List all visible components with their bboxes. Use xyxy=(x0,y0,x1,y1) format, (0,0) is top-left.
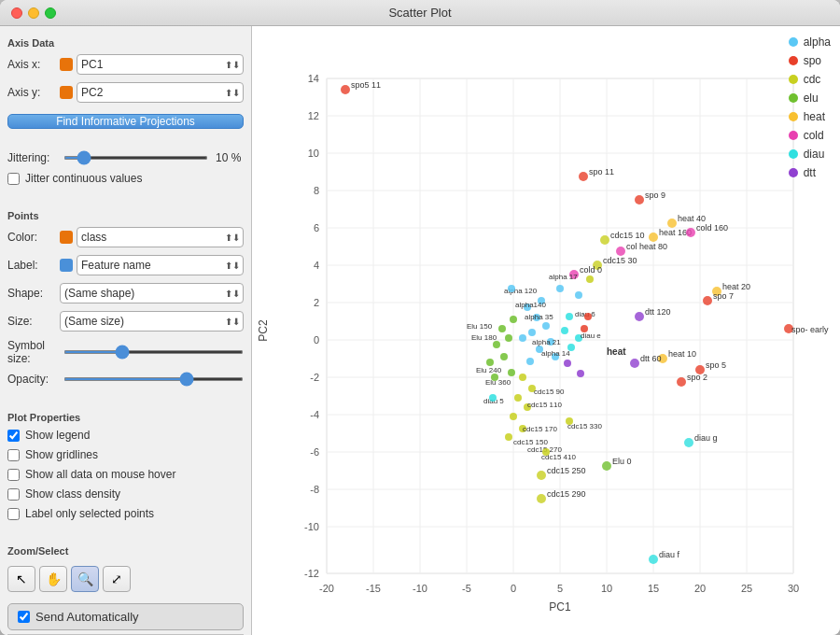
svg-text:spo 2: spo 2 xyxy=(687,373,707,382)
color-select[interactable]: class xyxy=(77,227,244,247)
svg-text:20: 20 xyxy=(694,583,706,594)
label-select[interactable]: Feature name xyxy=(77,255,244,275)
close-button[interactable] xyxy=(11,7,22,19)
svg-text:heat 40: heat 40 xyxy=(678,214,706,223)
jittering-value: 10 % xyxy=(216,151,244,164)
svg-text:10: 10 xyxy=(601,583,612,594)
svg-text:5: 5 xyxy=(557,583,563,594)
color-row: Color: class ⬆⬇ xyxy=(7,227,244,247)
jittering-slider[interactable] xyxy=(63,156,208,160)
svg-text:diau f: diau f xyxy=(659,550,680,559)
show-gridlines-checkbox[interactable] xyxy=(7,449,20,461)
svg-text:spo5 11: spo5 11 xyxy=(351,80,381,90)
svg-text:alpha 21: alpha 21 xyxy=(532,338,561,346)
svg-text:cdc15 30: cdc15 30 xyxy=(603,256,637,265)
shape-select[interactable]: (Same shape) xyxy=(60,283,244,303)
svg-text:Elu 180: Elu 180 xyxy=(471,333,497,342)
svg-point-59 xyxy=(579,172,588,181)
axis-y-select[interactable]: PC2 xyxy=(77,82,244,103)
svg-text:alpha 35: alpha 35 xyxy=(525,313,553,321)
legend-label-cold: cold xyxy=(804,129,824,142)
title-bar: Scatter Plot xyxy=(0,0,840,26)
jitter-continuous-checkbox[interactable] xyxy=(7,173,20,185)
legend-dot-cdc xyxy=(789,75,798,84)
label-only-selected-label: Label only selected points xyxy=(25,507,154,520)
size-row: Size: (Same size) ⬆⬇ xyxy=(7,311,244,332)
show-class-density-checkbox[interactable] xyxy=(7,488,20,501)
show-all-data-checkbox[interactable] xyxy=(7,469,20,481)
plot-props-title: Plot Properties xyxy=(7,412,244,423)
jitter-continuous-label: Jitter continuous values xyxy=(25,172,142,185)
legend-dot-spo xyxy=(789,56,798,65)
zoom-tool-button[interactable]: 🔍 xyxy=(71,566,99,592)
maximize-button[interactable] xyxy=(45,7,56,19)
svg-text:cold 160: cold 160 xyxy=(696,223,728,233)
svg-text:cdc15 110: cdc15 110 xyxy=(527,401,562,409)
symbol-size-slider[interactable] xyxy=(63,350,244,354)
sidebar: Axis Data Axis x: PC1 ⬆⬇ Axis y: PC2 xyxy=(0,26,252,635)
svg-text:-6: -6 xyxy=(310,446,319,458)
svg-point-87 xyxy=(630,359,639,368)
legend-item-diau: diau xyxy=(789,148,831,161)
svg-text:-4: -4 xyxy=(310,409,319,420)
svg-text:-20: -20 xyxy=(319,583,334,594)
svg-text:alpha 17: alpha 17 xyxy=(549,273,578,281)
svg-point-149 xyxy=(584,313,592,320)
axis-x-select[interactable]: PC1 xyxy=(77,54,244,75)
svg-point-71 xyxy=(616,247,625,256)
opacity-slider[interactable] xyxy=(63,377,244,381)
axis-x-label: Axis x: xyxy=(7,58,56,71)
legend-label-alpha: alpha xyxy=(804,35,831,49)
pan-tool-button[interactable]: ✋ xyxy=(39,566,67,592)
shape-label: Shape: xyxy=(7,287,56,300)
shape-row: Shape: (Same shape) ⬆⬇ xyxy=(7,283,244,303)
svg-point-67 xyxy=(686,228,695,237)
show-legend-checkbox[interactable] xyxy=(7,430,20,442)
axis-x-color-indicator xyxy=(60,58,73,71)
svg-point-93 xyxy=(684,438,693,447)
jittering-row: Jittering: 10 % xyxy=(7,151,244,164)
svg-point-121 xyxy=(500,353,508,360)
svg-point-95 xyxy=(602,461,611,471)
svg-point-150 xyxy=(581,325,588,332)
show-gridlines-label: Show gridlines xyxy=(25,448,98,461)
show-class-density-label: Show class density xyxy=(25,487,120,501)
zoom-tools: ↖ ✋ 🔍 ⤢ xyxy=(7,566,244,592)
label-only-selected-checkbox[interactable] xyxy=(7,508,20,520)
color-wrapper: class ⬆⬇ xyxy=(60,227,244,247)
svg-point-79 xyxy=(703,296,712,305)
size-wrapper: (Same size) ⬆⬇ xyxy=(60,311,244,332)
size-select[interactable]: (Same size) xyxy=(60,311,244,332)
svg-text:cdc15 10: cdc15 10 xyxy=(610,231,645,240)
select-tool-button[interactable]: ↖ xyxy=(7,566,35,592)
svg-text:10: 10 xyxy=(308,148,319,159)
svg-text:cdc15 250: cdc15 250 xyxy=(547,466,586,475)
svg-text:spo 11: spo 11 xyxy=(589,167,614,176)
svg-point-129 xyxy=(519,374,526,381)
svg-text:15: 15 xyxy=(648,583,659,594)
find-projections-button[interactable]: Find Informative Projections xyxy=(7,114,244,129)
legend-label-elu: elu xyxy=(804,92,819,105)
legend-item-elu: elu xyxy=(789,92,831,105)
show-all-data-row: Show all data on mouse hover xyxy=(7,468,244,481)
svg-point-108 xyxy=(519,334,526,342)
svg-text:Elu 240: Elu 240 xyxy=(476,366,502,374)
send-automatically-checkbox[interactable] xyxy=(18,611,30,623)
svg-text:heat 10: heat 10 xyxy=(668,349,696,359)
svg-text:12: 12 xyxy=(308,110,319,121)
svg-point-141 xyxy=(566,313,573,320)
reset-tool-button[interactable]: ⤢ xyxy=(103,566,131,592)
send-automatically-container: Send Automatically xyxy=(7,603,244,630)
svg-text:PC1: PC1 xyxy=(549,600,571,614)
content-area: Axis Data Axis x: PC1 ⬆⬇ Axis y: PC2 xyxy=(0,26,840,635)
svg-point-144 xyxy=(567,344,575,351)
shape-wrapper: (Same shape) ⬆⬇ xyxy=(60,283,244,303)
show-gridlines-row: Show gridlines xyxy=(7,448,244,461)
minimize-button[interactable] xyxy=(28,7,39,19)
size-label: Size: xyxy=(7,315,56,328)
svg-text:30: 30 xyxy=(788,583,799,594)
axis-x-wrapper: PC1 ⬆⬇ xyxy=(60,54,244,75)
svg-text:spo 5: spo 5 xyxy=(706,360,726,370)
svg-point-152 xyxy=(575,291,582,299)
svg-point-57 xyxy=(341,85,350,94)
